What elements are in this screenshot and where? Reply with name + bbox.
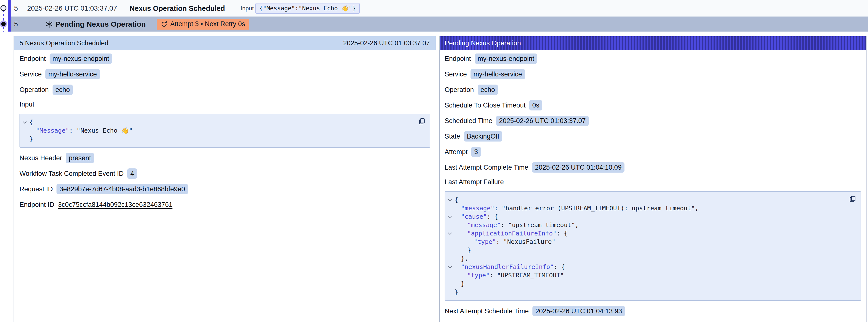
json-line: }, [445,254,846,263]
json-key: "Message" [36,127,69,134]
schedule-to-close-timeout-label: Schedule To Close Timeout [444,102,526,109]
json-text: } [455,288,458,296]
field-row-service: Servicemy-hello-service [444,69,861,79]
json-text: { [455,196,458,203]
input-label: Input [241,5,254,12]
retry-label: Attempt 3 • Next Retry 0s [170,20,245,28]
json-line-gutter [445,288,455,296]
copy-icon [418,118,425,125]
last-attempt-failure-label: Last Attempt Failure [444,178,861,186]
json-line: "type": "UPSTREAM_TIMEOUT" [445,271,846,280]
endpoint-id-label: Endpoint ID [20,201,54,208]
field-row-schedule-to-close-timeout: Schedule To Close Timeout0s [444,100,861,110]
json-text: : [69,127,76,134]
json-text: "Nexus Echo 👋" [77,127,133,134]
refresh-icon [161,21,167,28]
chevron-down-icon[interactable] [448,197,452,201]
json-line: "applicationFailureInfo": { [445,229,846,238]
copy-button[interactable] [417,117,426,126]
json-key: "nexusHandlerFailureInfo" [461,263,554,270]
json-text: "NexusFailure" [503,238,555,245]
json-key: "type" [467,272,490,279]
json-key: "message" [461,205,494,212]
endpoint-value-badge: my-nexus-endpoint [475,54,537,64]
operation-value-badge: echo [53,85,73,95]
scheduled-time-label: Scheduled Time [444,117,493,125]
json-line: "cause": { [445,213,846,221]
state-value-badge: BackingOff [464,131,502,141]
event-id-link[interactable]: 5 [14,4,18,12]
json-line-gutter [445,213,455,221]
json-line-gutter [20,118,29,127]
retry-badge: Attempt 3 • Next Retry 0s [157,19,249,30]
json-key: "message" [467,221,501,229]
workflow-task-completed-event-id-value-badge: 4 [127,168,137,179]
service-label: Service [20,70,42,78]
pending-operation-panel: Pending Nexus Operation Endpointmy-nexus… [439,36,867,322]
endpoint-id-link[interactable]: 3c0c75ccfa8144b092c13ce632463761 [58,201,173,208]
json-line: "message": "handler error (UPSTREAM_TIME… [445,204,846,213]
timeline-filled-circle[interactable] [1,22,6,26]
timeline-open-circle[interactable] [0,5,6,11]
chevron-down-icon[interactable] [23,120,27,124]
last-attempt-complete-time-label: Last Attempt Complete Time [444,164,528,171]
field-row-workflow-task-completed-event-id: Workflow Task Completed Event ID4 [20,168,430,179]
field-row-endpoint: Endpointmy-nexus-endpoint [444,54,861,64]
event-id-link[interactable]: 5 [14,20,18,28]
event-row-pending[interactable]: 5 Pending Nexus Operation Attempt 3 • Ne… [11,17,868,32]
json-key: "cause" [461,213,487,220]
request-id-label: Request ID [20,185,53,193]
json-text: : { [556,230,567,237]
event-detail-panel: 5 Nexus Operation Scheduled 2025-02-26 U… [13,36,436,322]
field-row-next-attempt-schedule-time: Next Attempt Schedule Time2025-02-26 UTC… [444,306,861,316]
event-row-scheduled[interactable]: 5 2025-02-26 UTC 01:03:37.07 Nexus Opera… [11,0,868,17]
input-preview-chip[interactable]: {"Message":"Nexus Echo 👋"} [255,3,360,14]
nexus-header-label: Nexus Header [20,154,62,162]
event-title: Nexus Operation Scheduled [129,4,225,12]
copy-icon [849,195,856,203]
chevron-down-icon[interactable] [448,264,452,268]
event-detail-header[interactable]: 5 Nexus Operation Scheduled 2025-02-26 U… [14,36,436,50]
json-text: : [501,221,508,229]
json-line: { [20,118,415,127]
active-event-accent-bar [8,0,10,32]
operation-value-badge: echo [478,85,498,95]
service-value-badge: my-hello-service [470,69,525,79]
json-text: "handler error (UPSTREAM_TIMEOUT): upstr… [502,205,699,212]
json-text: : { [487,213,498,220]
json-line-gutter [445,254,455,263]
json-text: "upstream timeout", [508,221,579,229]
attempt-label: Attempt [444,148,468,156]
field-row-endpoint: Endpointmy-nexus-endpoint [20,54,430,64]
json-line-gutter [20,135,29,143]
endpoint-label: Endpoint [20,55,46,63]
event-detail-panels: 5 Nexus Operation Scheduled 2025-02-26 U… [0,36,868,322]
chevron-down-icon[interactable] [448,231,452,235]
json-line-gutter [445,246,455,254]
field-row-request-id: Request ID3e829b7e-7d67-4b08-aad3-b1e868… [20,184,430,194]
copy-button[interactable] [848,195,857,203]
json-line-gutter [445,221,455,229]
request-id-value-badge: 3e829b7e-7d67-4b08-aad3-b1e868bfe9e0 [57,184,188,194]
next-attempt-schedule-time-value-badge: 2025-02-26 UTC 01:04:13.93 [532,306,625,316]
json-line: "message": "upstream timeout", [445,221,846,229]
service-value-badge: my-hello-service [45,69,100,79]
json-line-gutter [445,204,455,213]
json-key: "type" [474,238,496,245]
event-timestamp: 2025-02-26 UTC 01:03:37.07 [27,4,117,12]
json-text: } [461,280,465,287]
json-line: "Message": "Nexus Echo 👋" [20,127,415,135]
operation-label: Operation [20,86,49,94]
pending-operation-header-title: Pending Nexus Operation [444,39,521,47]
json-line-gutter [445,229,455,238]
json-text: } [29,135,33,142]
json-text: } [467,247,471,254]
chevron-down-icon[interactable] [448,214,452,218]
json-line: } [445,280,846,288]
field-row-endpoint-id: Endpoint ID3c0c75ccfa8144b092c13ce632463… [20,199,430,210]
json-text: : [494,205,502,212]
json-line-gutter [445,263,455,271]
timeline-dashed-line [3,10,4,32]
pending-operation-header[interactable]: Pending Nexus Operation [440,36,866,50]
json-line: "type": "NexusFailure" [445,238,846,246]
